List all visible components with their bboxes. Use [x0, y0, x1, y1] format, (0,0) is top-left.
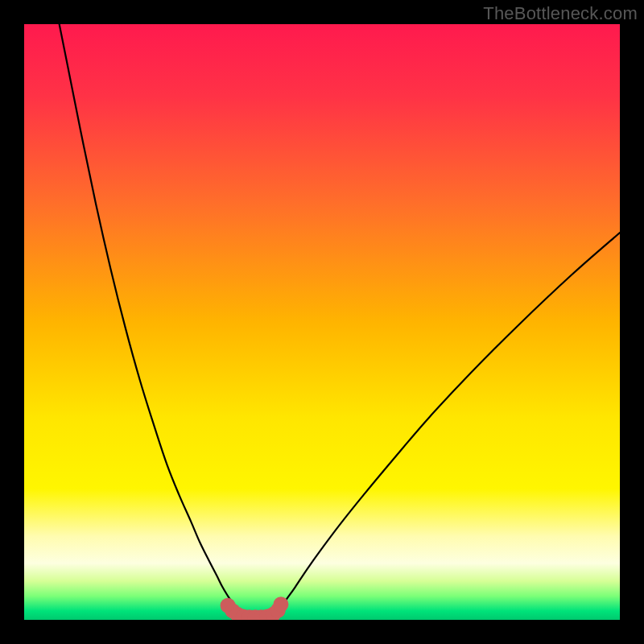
gradient-background: [24, 24, 620, 620]
watermark-label: TheBottleneck.com: [483, 3, 638, 24]
valley-marker: [273, 597, 288, 612]
bottleneck-chart: [0, 0, 644, 644]
